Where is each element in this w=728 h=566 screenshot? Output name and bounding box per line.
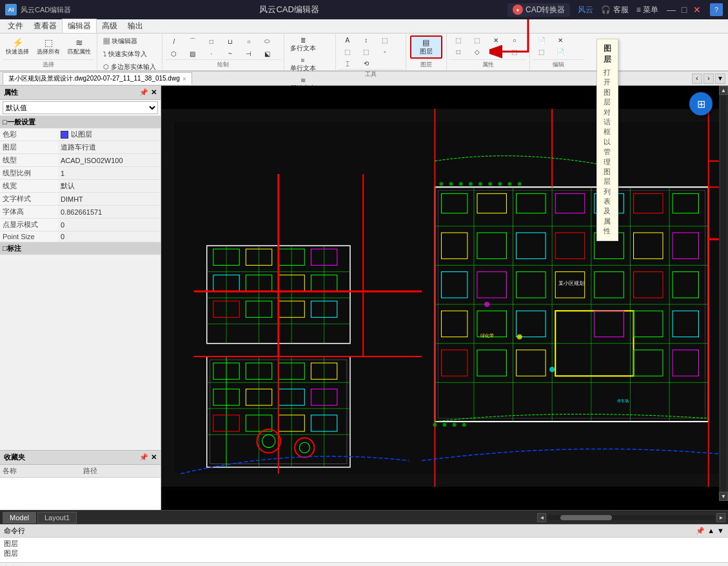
prop-pdsize-val: 0 bbox=[58, 231, 161, 242]
maximize-button[interactable]: □ bbox=[679, 5, 689, 15]
draw-arc-btn[interactable]: ⌒ bbox=[184, 35, 202, 48]
quick-select-label: 快速选择 bbox=[6, 48, 29, 56]
canvas-vscroll: ▲ ▼ bbox=[719, 86, 728, 501]
svg-point-117 bbox=[518, 182, 522, 186]
fengyun-button[interactable]: 风云 bbox=[578, 5, 593, 15]
tab-scroll-right[interactable]: › bbox=[703, 73, 714, 84]
quick-select-button[interactable]: ⚡ 快速选择 bbox=[3, 36, 32, 58]
multiline-text-button[interactable]: ≣ 多行文本 bbox=[287, 35, 319, 55]
cad-drawing: 某小区规划 绿化带 停车场 bbox=[161, 86, 728, 510]
menu-output[interactable]: 输出 bbox=[123, 19, 148, 33]
tab-scroll-left[interactable]: ‹ bbox=[692, 73, 702, 84]
properties-panel-title: 属性 bbox=[4, 88, 18, 97]
svg-point-116 bbox=[508, 182, 512, 186]
draw-polygon-btn[interactable]: ⬡ bbox=[165, 48, 183, 59]
minimize-button[interactable]: — bbox=[666, 5, 676, 15]
draw-hatch-btn[interactable]: ▨ bbox=[184, 48, 202, 59]
menu-file[interactable]: 文件 bbox=[3, 19, 28, 33]
svg-point-122 bbox=[484, 302, 489, 307]
draw-block-btn[interactable]: ⬕ bbox=[259, 48, 277, 59]
text-tool-6[interactable]: ◦ bbox=[376, 46, 394, 57]
draw-spline-btn[interactable]: ~ bbox=[221, 48, 239, 59]
canvas-area[interactable]: 某小区规划 绿化带 停车场 bbox=[161, 86, 728, 510]
panel-pin-btn[interactable]: 📌 bbox=[139, 88, 148, 97]
prop-tool-6[interactable]: ◇ bbox=[468, 46, 486, 57]
cmdline-header: 命令行 📌 ▲ ▼ bbox=[0, 525, 728, 538]
layout-tabs: Model Layout1 bbox=[0, 511, 535, 524]
draw-point-btn[interactable]: · bbox=[202, 48, 221, 59]
draw-ellipse-btn[interactable]: ⬭ bbox=[259, 35, 277, 48]
block-editor-button[interactable]: ▦ 块编辑器 bbox=[100, 35, 141, 48]
text-tool-3[interactable]: ⬚ bbox=[376, 35, 394, 46]
text-tool-4[interactable]: ⬚ bbox=[339, 46, 357, 57]
quick-entity-button[interactable]: ⤵ 快速实体导入 bbox=[100, 48, 150, 61]
close-button[interactable]: ✕ bbox=[692, 5, 702, 15]
toolbar-area: ⚡ 快速选择 ⬚ 选择所有 ≋ 匹配属性 选择 ▦ 块编辑器 bbox=[0, 34, 728, 72]
match-attr-icon: ≋ bbox=[75, 38, 83, 47]
hscroll-left[interactable]: ◂ bbox=[537, 513, 546, 522]
prop-tool-2[interactable]: ⬚ bbox=[468, 35, 486, 46]
app-logo: AI bbox=[5, 4, 17, 15]
fav-col-path: 路径 bbox=[81, 465, 161, 477]
menu-button[interactable]: ≡ 菜单 bbox=[636, 5, 658, 15]
prop-pdsize-key: Point Size bbox=[0, 231, 58, 242]
text-tool-1[interactable]: A bbox=[339, 35, 357, 46]
general-section-header[interactable]: □一般设置 bbox=[0, 116, 161, 128]
cmdline-down-btn[interactable]: ▼ bbox=[717, 527, 724, 535]
cmdline-pin-btn[interactable]: 📌 bbox=[696, 527, 705, 535]
menu-editor[interactable]: 编辑器 bbox=[62, 19, 97, 34]
layout1-tab[interactable]: Layout1 bbox=[37, 512, 77, 523]
panel-close-btn[interactable]: ✕ bbox=[151, 88, 157, 97]
fav-pin-btn[interactable]: 📌 bbox=[139, 453, 148, 462]
draw-circle-btn[interactable]: ○ bbox=[240, 35, 258, 48]
tab-scroll-down[interactable]: ▼ bbox=[715, 73, 725, 84]
cmdline-up-btn[interactable]: ▲ bbox=[707, 527, 714, 535]
menu-advanced[interactable]: 高级 bbox=[97, 19, 123, 33]
doc-tab-scroll: ‹ › ▼ bbox=[692, 73, 725, 84]
hscroll-right[interactable]: ▸ bbox=[716, 513, 725, 522]
text-tool-7[interactable]: ⌶ bbox=[339, 58, 357, 69]
singleline-text-button[interactable]: ≡ 单行文本 bbox=[287, 55, 319, 75]
view-toggle-button[interactable]: ⊞ bbox=[689, 92, 713, 115]
table-row: 字体高 0.862661571 bbox=[0, 206, 161, 219]
polygon-entity-button[interactable]: ⬡ 多边形实体输入 bbox=[100, 61, 159, 73]
vscroll-down[interactable]: ▼ bbox=[719, 492, 728, 501]
menu-viewer[interactable]: 查看器 bbox=[28, 19, 62, 33]
doc-tab[interactable]: 某小区规划及景观设计.dwg2020-07-27_11_11_38_015.dw… bbox=[3, 72, 192, 84]
prop-tool-5[interactable]: □ bbox=[449, 46, 467, 57]
vscroll-up[interactable]: ▲ bbox=[719, 86, 728, 95]
draw-group: / ⌒ □ ⊔ ○ ⬭ ⬡ ▨ · ~ ⊣ ⬕ 绘制 bbox=[162, 34, 284, 70]
prop-layer-val: 道路车行道 bbox=[58, 141, 161, 154]
fav-close-btn[interactable]: ✕ bbox=[151, 453, 157, 462]
text-tool-5[interactable]: ⬚ bbox=[357, 46, 375, 57]
window-controls: — □ ✕ bbox=[666, 5, 702, 15]
fav-controls: 📌 ✕ bbox=[139, 453, 157, 462]
titlebar-center: 风云CAD编辑器 bbox=[259, 4, 319, 15]
help-button[interactable]: ? bbox=[710, 3, 723, 16]
table-row: 图层 道路车行道 bbox=[0, 141, 161, 154]
prop-tool-1[interactable]: ⬚ bbox=[449, 35, 467, 46]
draw-pline-btn[interactable]: ⊔ bbox=[221, 35, 239, 48]
svg-point-114 bbox=[488, 182, 492, 186]
text-tool-2[interactable]: ↕ bbox=[357, 35, 375, 46]
service-button[interactable]: 🎧 客服 bbox=[601, 5, 628, 15]
annotation-section-header[interactable]: □标注 bbox=[0, 242, 161, 255]
properties-dropdown[interactable]: 默认值 bbox=[3, 101, 158, 114]
match-attr-button[interactable]: ≋ 匹配属性 bbox=[64, 36, 94, 58]
titlebar-left: AI 风云CAD编辑器 bbox=[5, 4, 71, 15]
draw-dim-btn[interactable]: ⊣ bbox=[240, 48, 258, 59]
fav-col-name: 各称 bbox=[0, 465, 81, 477]
doc-tab-close-btn[interactable]: × bbox=[182, 75, 186, 83]
prop-pdmode-key: 点显示模式 bbox=[0, 219, 58, 231]
draw-rect-btn[interactable]: □ bbox=[202, 35, 221, 48]
prop-color-key: 色彩 bbox=[0, 128, 58, 141]
text-tool-8[interactable]: ⟲ bbox=[357, 58, 375, 69]
layer-button[interactable]: ▤ 图层 bbox=[410, 35, 442, 59]
model-tab[interactable]: Model bbox=[3, 512, 36, 523]
select-group: ⚡ 快速选择 ⬚ 选择所有 ≋ 匹配属性 选择 bbox=[0, 34, 97, 70]
draw-line-btn[interactable]: / bbox=[165, 35, 183, 48]
cmdline-output: 图层 图层 bbox=[0, 538, 728, 562]
favorites-header: 收藏夹 📌 ✕ bbox=[0, 451, 161, 465]
select-all-button[interactable]: ⬚ 选择所有 bbox=[34, 36, 63, 58]
singleline-text-icon: ≡ bbox=[301, 57, 305, 64]
